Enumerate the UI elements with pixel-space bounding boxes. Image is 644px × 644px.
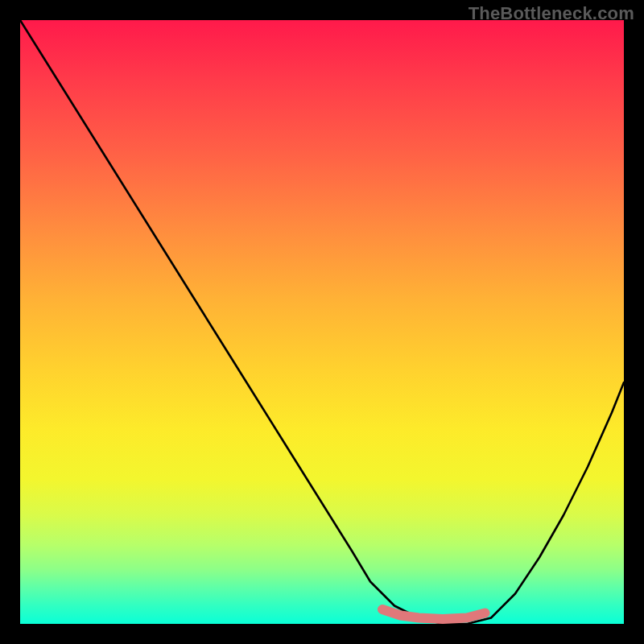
red-highlight-path <box>382 609 485 619</box>
plot-svg <box>20 20 624 624</box>
plot-area <box>20 20 624 624</box>
black-curve-path <box>20 20 624 624</box>
chart-frame: TheBottleneck.com <box>0 0 644 644</box>
